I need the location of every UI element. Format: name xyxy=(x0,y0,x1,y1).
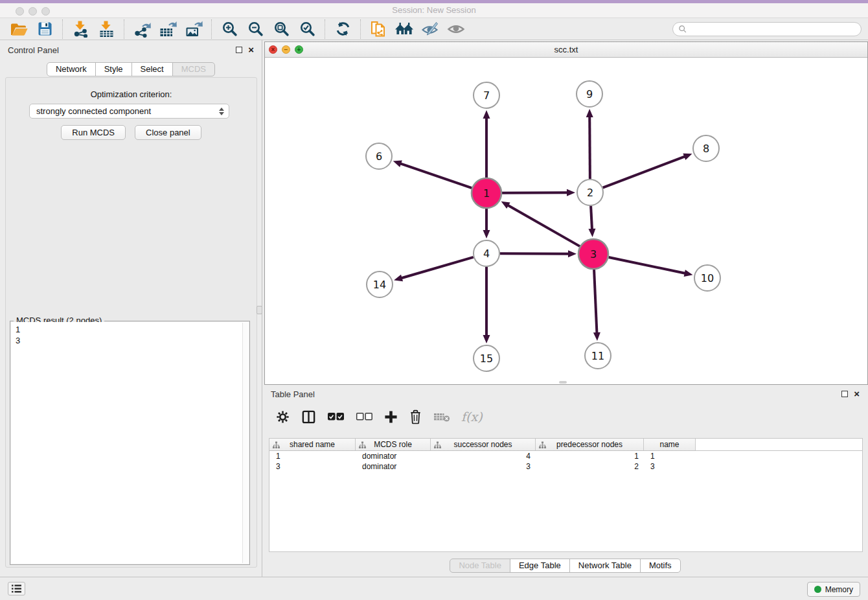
graph-node-label: 11 xyxy=(591,350,604,362)
graph-edge-2-3[interactable] xyxy=(591,206,592,230)
graph-edge-4-3[interactable] xyxy=(500,253,569,254)
column-header-successor-nodes[interactable]: successor nodes xyxy=(431,439,536,450)
home-view-icon[interactable] xyxy=(394,19,415,39)
cell-MCDS-role[interactable]: dominator xyxy=(356,461,431,472)
network-view-title: scc.txt xyxy=(265,42,867,58)
result-scrollbar[interactable] xyxy=(242,323,248,563)
table-header-row: shared nameMCDS rolesuccessor nodesprede… xyxy=(269,439,862,451)
network-snapshot-icon[interactable] xyxy=(368,19,389,39)
open-session-icon[interactable] xyxy=(8,19,29,39)
select-all-columns-icon[interactable] xyxy=(327,408,345,426)
list-icon xyxy=(11,584,22,593)
graph-edge-arrow xyxy=(568,250,577,257)
export-network-icon[interactable] xyxy=(131,19,152,39)
zoom-fit-icon[interactable] xyxy=(271,19,291,39)
tab-style[interactable]: Style xyxy=(95,62,132,76)
main-titlebar: Session: New Session xyxy=(0,3,868,18)
graph-edge-2-8[interactable] xyxy=(603,156,686,187)
close-table-panel-icon[interactable]: × xyxy=(854,391,860,397)
graph-edge-arrow xyxy=(393,160,402,167)
cell-shared-name[interactable]: 3 xyxy=(269,461,356,472)
table-panel-title: Table Panel xyxy=(271,389,315,399)
graph-edge-2-9[interactable] xyxy=(589,116,590,179)
zoom-out-icon[interactable] xyxy=(245,19,266,39)
cell-predecessor-nodes[interactable]: 1 xyxy=(536,451,644,461)
cell-predecessor-nodes[interactable]: 2 xyxy=(536,461,644,472)
memory-button[interactable]: Memory xyxy=(807,582,860,597)
table-toolbar: f(x) xyxy=(262,404,868,429)
import-network-icon[interactable] xyxy=(70,19,91,39)
network-canvas[interactable]: 7968124314101511 xyxy=(265,58,867,384)
graph-node-label: 15 xyxy=(480,352,493,365)
column-header-shared-name[interactable]: shared name xyxy=(269,439,356,450)
graph-edge-3-1[interactable] xyxy=(507,205,580,246)
cell-shared-name[interactable]: 1 xyxy=(269,451,356,461)
node-table: shared nameMCDS rolesuccessor nodesprede… xyxy=(269,438,863,552)
tab-network[interactable]: Network xyxy=(47,62,96,76)
column-header-name[interactable]: name xyxy=(644,439,696,450)
graph-node-label: 7 xyxy=(483,89,490,102)
panel-divider-grip[interactable] xyxy=(257,306,262,314)
table-panel-header: Table Panel × xyxy=(262,385,868,403)
search-input[interactable] xyxy=(691,25,856,34)
split-panel-icon[interactable] xyxy=(301,408,316,426)
export-image-icon[interactable] xyxy=(183,19,204,39)
refresh-icon[interactable] xyxy=(332,19,353,39)
delete-column-icon[interactable] xyxy=(409,408,422,426)
network-window-titlebar[interactable]: × − + scc.txt xyxy=(265,42,867,58)
canvas-resize-grip[interactable] xyxy=(559,381,567,384)
search-box xyxy=(672,22,862,36)
graph-edge-3-10[interactable] xyxy=(608,257,685,273)
cell-name[interactable]: 3 xyxy=(644,461,696,472)
float-panel-icon[interactable] xyxy=(236,47,242,53)
search-icon xyxy=(678,25,687,34)
cell-name[interactable]: 1 xyxy=(644,451,696,461)
graph-edge-3-11[interactable] xyxy=(594,270,597,334)
graph-edge-arrow xyxy=(483,230,490,238)
show-graphics-details-icon[interactable] xyxy=(446,19,466,39)
mcds-result-line: 3 xyxy=(16,335,244,346)
status-bar: Memory xyxy=(0,577,868,600)
task-history-button[interactable] xyxy=(8,582,25,595)
optimization-criterion-label: Optimization criterion: xyxy=(6,89,257,99)
tab-mcds[interactable]: MCDS xyxy=(172,62,215,76)
graph-edge-arrow xyxy=(588,229,595,237)
import-table-icon[interactable] xyxy=(96,19,117,39)
column-header-predecessor-nodes[interactable]: predecessor nodes xyxy=(536,439,644,450)
mcds-result-textarea[interactable]: 13 xyxy=(11,322,249,564)
add-column-icon[interactable] xyxy=(384,408,398,426)
graph-edge-1-2[interactable] xyxy=(502,192,568,193)
save-session-icon[interactable] xyxy=(34,19,55,39)
column-header-MCDS-role[interactable]: MCDS role xyxy=(356,439,431,450)
network-graph: 7968124314101511 xyxy=(265,58,867,384)
criterion-select[interactable]: strongly connected component xyxy=(29,104,229,119)
main-toolbar xyxy=(0,18,868,40)
export-table-icon[interactable] xyxy=(157,19,178,39)
control-panel-title: Control Panel xyxy=(8,45,59,55)
cell-MCDS-role[interactable]: dominator xyxy=(356,451,431,461)
tab-select[interactable]: Select xyxy=(131,62,173,76)
close-panel-icon[interactable]: × xyxy=(248,47,254,53)
graph-edge-4-14[interactable] xyxy=(401,257,474,279)
unselect-all-columns-icon[interactable] xyxy=(356,408,373,426)
zoom-in-icon[interactable] xyxy=(219,19,240,39)
control-panel: Control Panel × NetworkStyleSelectMCDS O… xyxy=(0,40,262,577)
tab-edge-table[interactable]: Edge Table xyxy=(510,559,570,573)
graph-edge-arrow xyxy=(567,189,575,196)
function-builder-icon: f(x) xyxy=(461,408,483,426)
cell-successor-nodes[interactable]: 3 xyxy=(431,461,536,472)
float-table-panel-icon[interactable] xyxy=(841,391,848,397)
run-mcds-button[interactable]: Run MCDS xyxy=(61,125,126,140)
table-row[interactable]: 1dominator411 xyxy=(269,451,862,461)
table-row[interactable]: 3dominator323 xyxy=(269,461,862,472)
close-panel-button[interactable]: Close panel xyxy=(135,125,201,140)
graph-edge-1-6[interactable] xyxy=(400,163,472,188)
tab-node-table[interactable]: Node Table xyxy=(450,559,510,573)
zoom-selected-icon[interactable] xyxy=(297,19,317,39)
graph-edge-arrow xyxy=(483,335,490,343)
table-settings-icon[interactable] xyxy=(275,408,290,426)
tab-network-table[interactable]: Network Table xyxy=(569,559,641,573)
hide-graphics-details-icon[interactable] xyxy=(420,19,440,39)
cell-successor-nodes[interactable]: 4 xyxy=(431,451,536,461)
tab-motifs[interactable]: Motifs xyxy=(640,559,681,573)
